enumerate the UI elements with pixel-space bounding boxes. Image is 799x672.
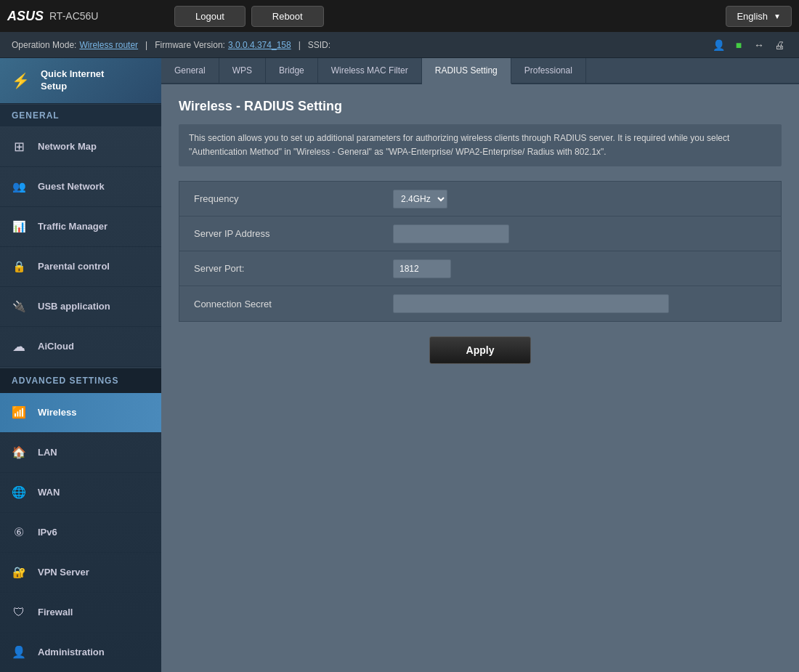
sidebar-item-ipv6-label: IPv6 [38,527,57,538]
sidebar-item-guest-network-label: Guest Network [38,181,105,192]
language-label: English [737,11,768,22]
sidebar-item-aicloud-label: AiCloud [38,341,74,352]
server-port-label: Server Port: [179,256,383,281]
firmware-version-value[interactable]: 3.0.0.4.374_158 [228,40,291,50]
sidebar: ⚡ Quick Internet Setup General Network M… [0,58,161,672]
ssid-label: SSID: [308,40,330,50]
firewall-icon [9,602,29,623]
sidebar-item-wan-label: WAN [38,487,60,498]
sidebar-item-parental-control-label: Parental control [38,261,110,272]
content-area: General WPS Bridge Wireless MAC Filter R… [161,58,799,672]
logout-button[interactable]: Logout [174,6,246,27]
language-selector[interactable]: English ▼ [726,6,792,27]
server-ip-label: Server IP Address [179,221,383,246]
page-content: Wireless - RADIUS Setting This section a… [161,84,799,672]
sidebar-item-guest-network[interactable]: Guest Network [0,167,161,207]
tab-bridge[interactable]: Bridge [266,58,318,83]
page-description: This section allows you to set up additi… [179,124,782,166]
sidebar-item-wireless-label: Wireless [38,407,76,418]
sidebar-item-traffic-manager-label: Traffic Manager [38,221,108,232]
server-port-input[interactable] [393,259,451,278]
separator2: | [299,40,301,50]
firmware-version-label: Firmware Version: [155,40,225,50]
sidebar-item-lan[interactable]: LAN [0,433,161,473]
ipv6-icon [9,522,29,543]
quick-internet-setup-item[interactable]: ⚡ Quick Internet Setup [0,58,161,104]
network-status-icon: ■ [731,37,747,53]
tab-wps[interactable]: WPS [219,58,266,83]
sidebar-item-wan[interactable]: WAN [0,473,161,513]
tab-general[interactable]: General [161,58,219,83]
tab-radius-setting[interactable]: RADIUS Setting [422,58,511,84]
sidebar-item-aicloud[interactable]: AiCloud [0,327,161,367]
server-port-row: Server Port: [179,251,781,286]
server-ip-row: Server IP Address [179,216,781,251]
lan-icon [9,442,29,463]
sidebar-item-firewall-label: Firewall [38,607,73,618]
separator: | [145,40,147,50]
sidebar-item-network-map[interactable]: Network Map [0,127,161,167]
quick-setup-label: Quick Internet Setup [41,68,104,93]
frequency-row: Frequency 2.4GHz 5GHz [179,182,781,216]
aicloud-icon [9,336,29,357]
sidebar-item-ipv6[interactable]: IPv6 [0,513,161,553]
sidebar-item-firewall[interactable]: Firewall [0,593,161,633]
sidebar-item-traffic-manager[interactable]: Traffic Manager [0,207,161,247]
operation-mode-value[interactable]: Wireless router [79,40,138,50]
chevron-down-icon: ▼ [774,12,781,20]
tabs-bar: General WPS Bridge Wireless MAC Filter R… [161,58,799,84]
traffic-manager-icon [9,216,29,237]
server-port-control [383,254,781,284]
radius-form-table: Frequency 2.4GHz 5GHz Server IP Address [179,181,782,322]
connection-secret-control [383,288,781,319]
connection-secret-row: Connection Secret [179,286,781,321]
sidebar-item-usb-application-label: USB application [38,301,110,312]
signal-icon: ↔ [751,37,767,53]
reboot-button[interactable]: Reboot [251,6,324,27]
quick-setup-icon: ⚡ [9,69,32,92]
usb-application-icon [9,296,29,317]
model-label: RT-AC56U [49,10,98,22]
guest-network-icon [9,177,29,197]
apply-row: Apply [179,336,782,364]
user-icon: 👤 [710,37,726,53]
sidebar-item-lan-label: LAN [38,447,57,458]
sidebar-item-vpn-server-label: VPN Server [38,567,89,578]
main-layout: ⚡ Quick Internet Setup General Network M… [0,58,799,672]
operation-mode-label: Operation Mode: [12,40,76,50]
administration-icon [9,642,29,663]
sidebar-item-usb-application[interactable]: USB application [0,287,161,327]
sidebar-item-administration[interactable]: Administration [0,633,161,672]
logo-area: ASUS RT-AC56U [7,9,174,24]
frequency-select[interactable]: 2.4GHz 5GHz [393,190,447,209]
advanced-settings-section-header: Advanced Settings [0,367,161,393]
page-title: Wireless - RADIUS Setting [179,99,782,114]
connection-secret-label: Connection Secret [179,291,383,317]
server-ip-input[interactable] [393,224,509,243]
general-section-header: General [0,104,161,127]
frequency-label: Frequency [179,186,383,211]
brand-logo: ASUS [7,9,44,24]
tab-wireless-mac-filter[interactable]: Wireless MAC Filter [318,58,422,83]
wan-icon [9,482,29,503]
network-map-icon [9,137,29,157]
apply-button[interactable]: Apply [429,336,532,364]
sidebar-item-vpn-server[interactable]: VPN Server [0,553,161,593]
top-bar: ASUS RT-AC56U Logout Reboot English ▼ [0,0,799,32]
status-icons: 👤 ■ ↔ 🖨 [710,37,787,53]
sidebar-item-wireless[interactable]: Wireless [0,393,161,433]
server-ip-control [383,219,781,249]
sidebar-item-network-map-label: Network Map [38,141,97,152]
sidebar-item-administration-label: Administration [38,647,105,657]
frequency-control: 2.4GHz 5GHz [383,184,781,214]
sidebar-item-parental-control[interactable]: Parental control [0,247,161,287]
connection-secret-input[interactable] [393,294,669,313]
wireless-icon [9,402,29,423]
tab-professional[interactable]: Professional [511,58,586,83]
vpn-server-icon [9,562,29,583]
status-bar: Operation Mode: Wireless router | Firmwa… [0,32,799,58]
parental-control-icon [9,256,29,277]
printer-icon: 🖨 [771,37,787,53]
top-buttons: Logout Reboot [174,6,726,27]
